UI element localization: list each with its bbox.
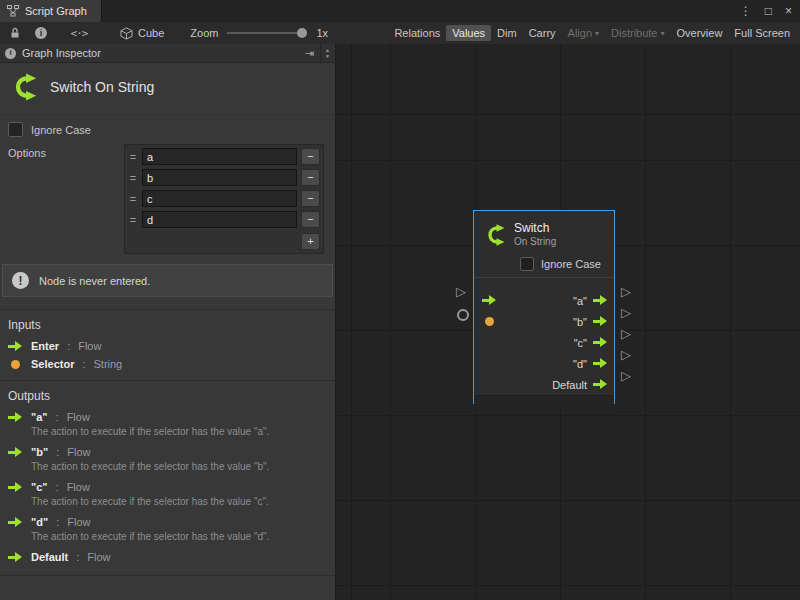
dim-button[interactable]: Dim xyxy=(491,25,523,41)
code-view-icon[interactable]: <·> xyxy=(66,24,92,42)
option-input-b[interactable] xyxy=(142,169,297,186)
switch-on-string-node[interactable]: Switch On String Ignore Case "a" "b" xyxy=(473,210,615,404)
window-menu-icon[interactable]: ⋮ xyxy=(740,4,752,18)
ignore-case-checkbox[interactable] xyxy=(8,122,23,137)
scroll-down-icon[interactable]: ▼ xyxy=(325,53,330,59)
node-header: Switch On String xyxy=(474,211,614,251)
graph-canvas[interactable]: ▷ Switch On String Ignore Cas xyxy=(336,44,800,600)
align-dropdown[interactable]: Align▾ xyxy=(562,25,605,41)
output-row-default: Default : Flow xyxy=(0,547,335,565)
option-row: = − xyxy=(126,188,322,209)
zoom-slider[interactable] xyxy=(227,27,307,39)
output-row-c: "c" : Flow xyxy=(0,477,335,495)
chevron-down-icon: ▾ xyxy=(595,29,599,38)
distribute-dropdown[interactable]: Distribute▾ xyxy=(605,25,670,41)
ignore-case-checkbox[interactable] xyxy=(520,257,534,271)
inspector-scroll-buttons[interactable]: ▲ ▼ xyxy=(320,44,330,62)
selector-port-circle-icon[interactable] xyxy=(457,309,469,321)
drag-handle-icon[interactable]: = xyxy=(128,172,138,184)
drag-handle-icon[interactable]: = xyxy=(128,151,138,163)
zoom-slider-knob[interactable] xyxy=(297,28,307,38)
output-desc-c: The action to execute if the selector ha… xyxy=(0,495,335,512)
remove-option-button[interactable]: − xyxy=(301,148,320,165)
options-block: Options = − = − = − = − xyxy=(0,139,335,254)
port-row-d: "d" xyxy=(474,353,614,374)
flow-port-icon xyxy=(8,552,23,563)
remove-option-button[interactable]: − xyxy=(301,190,320,207)
enter-flow-port-icon[interactable] xyxy=(482,295,497,306)
output-row-a: "a" : Flow xyxy=(0,407,335,425)
option-row: = − xyxy=(126,209,322,230)
selector-value-port-icon[interactable] xyxy=(485,317,494,326)
drag-handle-icon[interactable]: = xyxy=(128,214,138,226)
switch-node-wrap: ▷ Switch On String Ignore Cas xyxy=(455,210,637,412)
option-input-a[interactable] xyxy=(142,148,297,165)
option-input-d[interactable] xyxy=(142,211,297,228)
option-row: = − xyxy=(126,146,322,167)
flow-port-icon[interactable] xyxy=(593,316,608,327)
flow-port-icon[interactable] xyxy=(593,295,608,306)
flow-port-icon[interactable] xyxy=(593,337,608,348)
input-row-enter: Enter : Flow xyxy=(0,336,335,354)
output-default-port-triangle-icon[interactable]: ▷ xyxy=(621,368,631,383)
window-titlebar: Script Graph ⋮ □ × xyxy=(0,0,800,23)
info-icon[interactable]: i xyxy=(32,24,50,42)
ignore-case-label: Ignore Case xyxy=(541,258,601,270)
output-c-port-triangle-icon[interactable]: ▷ xyxy=(621,326,631,341)
inspector-divider xyxy=(0,575,335,600)
flow-port-icon xyxy=(8,341,23,352)
output-d-port-triangle-icon[interactable]: ▷ xyxy=(621,347,631,362)
warning-text: Node is never entered. xyxy=(39,275,150,287)
port-label: "a" xyxy=(573,295,587,307)
flow-port-icon xyxy=(8,517,23,528)
drag-handle-icon[interactable]: = xyxy=(128,193,138,205)
script-graph-icon xyxy=(7,5,19,17)
unit-title-block: Switch On String xyxy=(0,63,335,115)
values-button[interactable]: Values xyxy=(446,25,491,41)
info-icon: i xyxy=(5,48,16,59)
carry-button[interactable]: Carry xyxy=(523,25,562,41)
ignore-case-row: Ignore Case xyxy=(0,115,335,139)
chevron-down-icon: ▾ xyxy=(661,29,665,38)
output-row-b: "b" : Flow xyxy=(0,442,335,460)
cube-icon xyxy=(120,27,133,40)
add-option-button[interactable]: + xyxy=(301,233,320,250)
unit-title: Switch On String xyxy=(50,79,154,95)
option-input-c[interactable] xyxy=(142,190,297,207)
output-b-port-triangle-icon[interactable]: ▷ xyxy=(621,305,631,320)
dock-icon[interactable]: ⇥ xyxy=(305,47,314,60)
option-row: = − xyxy=(126,167,322,188)
output-row-d: "d" : Flow xyxy=(0,512,335,530)
zoom-label: Zoom xyxy=(190,27,218,39)
graph-target-label: Cube xyxy=(138,27,164,39)
port-label: "c" xyxy=(574,337,587,349)
warning-box: ! Node is never entered. xyxy=(2,264,333,297)
inspector-header: i Graph Inspector ⇥ ▲ ▼ xyxy=(0,44,335,63)
remove-option-button[interactable]: − xyxy=(301,169,320,186)
flow-port-icon xyxy=(8,482,23,493)
relations-button[interactable]: Relations xyxy=(388,25,446,41)
zoom-control: Zoom 1x xyxy=(190,27,328,39)
flow-port-icon[interactable] xyxy=(593,379,608,390)
close-icon[interactable]: × xyxy=(785,4,792,18)
flow-port-icon[interactable] xyxy=(593,358,608,369)
output-desc-b: The action to execute if the selector ha… xyxy=(0,460,335,477)
enter-port-triangle-icon[interactable]: ▷ xyxy=(456,284,466,299)
output-a-port-triangle-icon[interactable]: ▷ xyxy=(621,284,631,299)
graph-target[interactable]: Cube xyxy=(120,27,164,40)
maximize-icon[interactable]: □ xyxy=(765,4,772,18)
inputs-section-header: Inputs xyxy=(0,309,335,336)
overview-button[interactable]: Overview xyxy=(671,25,729,41)
switch-on-string-icon xyxy=(8,72,38,102)
fullscreen-button[interactable]: Full Screen xyxy=(728,25,796,41)
node-footer xyxy=(474,395,614,409)
node-ports: "a" "b" "c" "d" Default xyxy=(474,278,614,395)
tab-script-graph[interactable]: Script Graph xyxy=(0,0,102,22)
port-row-c: "c" xyxy=(474,332,614,353)
lock-icon[interactable] xyxy=(6,24,24,42)
options-list: = − = − = − = − + xyxy=(124,144,324,254)
remove-option-button[interactable]: − xyxy=(301,211,320,228)
node-ignore-case-row: Ignore Case xyxy=(474,251,614,278)
zoom-value: 1x xyxy=(316,27,328,39)
port-row-b: "b" xyxy=(474,311,614,332)
